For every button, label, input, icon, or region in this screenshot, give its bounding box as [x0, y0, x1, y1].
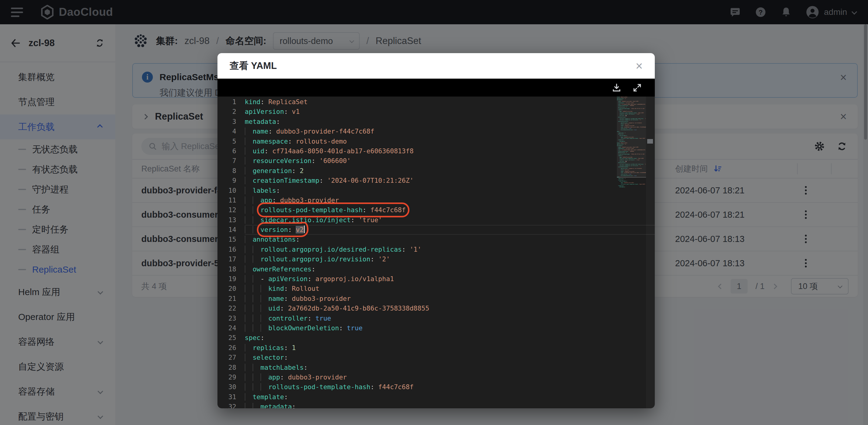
line-number: 12: [217, 205, 245, 215]
line-number: 6: [217, 146, 245, 156]
line-number: 20: [217, 284, 245, 293]
line-number: 21: [217, 294, 245, 304]
modal-header: 查看 YAML ×: [217, 53, 655, 79]
code-line: 8 generation: 2: [217, 166, 655, 176]
code-line: 6 uid: cf714aa6-8050-401d-ab17-e60636081…: [217, 146, 655, 156]
code-line: 20 kind: Rollout: [217, 284, 655, 293]
line-number: 3: [217, 117, 245, 126]
code-line: 23 controller: true: [217, 314, 655, 323]
code-line: 9 creationTimestamp: '2024-06-07T10:21:2…: [217, 176, 655, 186]
line-number: 1: [217, 97, 245, 107]
editor-toolbar: [217, 79, 655, 96]
code-lines: 1kind: ReplicaSet2apiVersion: v13metadat…: [217, 97, 655, 408]
code-line: 27 selector:: [217, 353, 655, 363]
line-number: 25: [217, 333, 245, 343]
code-line: 14 version: v2: [217, 225, 655, 235]
code-line: 16 rollout.argoproj.io/desired-replicas:…: [217, 245, 655, 254]
modal-close-icon[interactable]: ×: [636, 60, 643, 72]
line-number: 29: [217, 372, 245, 382]
line-number: 31: [217, 392, 245, 402]
editor-scrollbar[interactable]: [646, 96, 655, 408]
code-line: 31 template:: [217, 392, 655, 402]
download-icon[interactable]: [611, 82, 623, 94]
code-line: 24 blockOwnerDeletion: true: [217, 323, 655, 333]
annotation-box: rollouts-pod-template-hash: f44c7c68f: [260, 206, 406, 214]
code-line: 7 resourceVersion: '606600': [217, 156, 655, 166]
line-number: 5: [217, 137, 245, 146]
yaml-editor[interactable]: 1kind: ReplicaSet2apiVersion: v13metadat…: [217, 96, 655, 408]
code-line: 28 matchLabels:: [217, 363, 655, 372]
line-number: 17: [217, 254, 245, 264]
code-line: 18 ownerReferences:: [217, 264, 655, 274]
line-number: 7: [217, 156, 245, 166]
code-line: 11 app: dubbo3-provider: [217, 196, 655, 205]
line-number: 19: [217, 274, 245, 284]
line-number: 8: [217, 166, 245, 176]
code-line: 25spec:: [217, 333, 655, 343]
line-number: 23: [217, 314, 245, 323]
code-line: 12 rollouts-pod-template-hash: f44c7c68f: [217, 205, 655, 215]
minimap-slider[interactable]: [617, 96, 646, 177]
modal-title: 查看 YAML: [229, 59, 277, 72]
line-number: 14: [217, 225, 245, 235]
code-line: 29 app: dubbo3-provider: [217, 372, 655, 382]
line-number: 13: [217, 215, 245, 225]
fullscreen-icon[interactable]: [631, 82, 643, 94]
code-line: 13 sidecar.istio.io/inject: 'true': [217, 215, 655, 225]
yaml-modal: 查看 YAML × 1kind: ReplicaSet2apiVersion: …: [217, 53, 655, 408]
line-number: 22: [217, 304, 245, 313]
line-number: 10: [217, 186, 245, 196]
code-line: 4 name: dubbo3-provider-f44c7c68f: [217, 126, 655, 136]
line-number: 11: [217, 196, 245, 205]
line-number: 4: [217, 126, 245, 136]
line-number: 32: [217, 402, 245, 408]
line-number: 16: [217, 245, 245, 254]
code-line: 10 labels:: [217, 186, 655, 196]
code-line: 5 namespace: rollouts-demo: [217, 137, 655, 146]
code-line: 17 rollout.argoproj.io/revision: '2': [217, 254, 655, 264]
code-line: 3metadata:: [217, 117, 655, 126]
code-line: 15 annotations:: [217, 235, 655, 244]
code-line: 2apiVersion: v1: [217, 107, 655, 117]
line-number: 27: [217, 353, 245, 363]
code-line: 30 rollouts-pod-template-hash: f44c7c68f: [217, 382, 655, 392]
text-cursor: [304, 226, 305, 233]
line-number: 24: [217, 323, 245, 333]
annotation-box: version: v2: [260, 226, 305, 233]
code-line: 22 uid: 2a7662db-2a50-41c9-b86c-3758338d…: [217, 304, 655, 313]
line-number: 2: [217, 107, 245, 117]
line-number: 9: [217, 176, 245, 186]
code-line: 26 replicas: 1: [217, 343, 655, 353]
code-line: 32 metadata:: [217, 402, 655, 408]
line-number: 26: [217, 343, 245, 353]
line-number: 30: [217, 382, 245, 392]
app-root: DaoCloud ? admin zcl-98 集群: [0, 0, 868, 425]
line-number: 15: [217, 235, 245, 244]
code-line: 1kind: ReplicaSet: [217, 97, 655, 107]
code-line: 21 name: dubbo3-provider: [217, 294, 655, 304]
line-number: 28: [217, 363, 245, 372]
code-line: 19 - apiVersion: argoproj.io/v1alpha1: [217, 274, 655, 284]
line-number: 18: [217, 264, 245, 274]
